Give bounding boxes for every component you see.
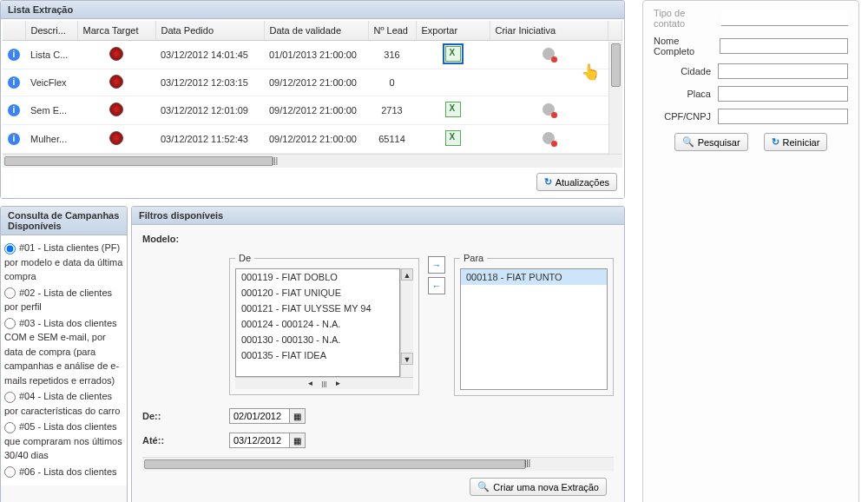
create-initiative-icon[interactable] <box>542 103 555 116</box>
cidade-input[interactable] <box>718 63 848 79</box>
campaign-radio[interactable] <box>4 392 16 403</box>
campaign-radio-item[interactable]: #05 - Lista dos clientes que compraram n… <box>4 419 123 463</box>
cell-lead: 65114 <box>368 125 416 154</box>
cell-data-validade: 09/12/2012 21:00:00 <box>264 69 368 96</box>
campaign-radio-item[interactable]: #01 - Lista clientes (PF) por modelo e d… <box>4 241 123 284</box>
campaign-radio-item[interactable]: #03 - Lista dos clientes COM e SEM e-mai… <box>4 316 123 388</box>
update-button-label: Atualizações <box>556 177 609 188</box>
cell-data-pedido: 03/12/2012 12:01:09 <box>155 96 264 125</box>
cell-lead: 2713 <box>368 96 416 125</box>
date-from-picker-button[interactable]: ▦ <box>290 408 306 424</box>
reiniciar-button[interactable]: Reiniciar <box>764 133 828 151</box>
from-list-hscroll[interactable]: ◄ ||| ► <box>235 377 413 389</box>
col-icon[interactable] <box>3 21 25 41</box>
cell-desc: Mulher... <box>25 125 77 154</box>
info-icon[interactable]: i <box>8 133 20 145</box>
cell-lead: 0 <box>368 69 416 96</box>
model-label: Modelo: <box>142 234 229 244</box>
cidade-label: Cidade <box>681 66 711 76</box>
move-left-button[interactable]: ← <box>428 277 445 294</box>
campaign-radio[interactable] <box>4 243 16 254</box>
col-iniciativa[interactable]: Criar Iniciativa <box>490 21 608 41</box>
table-row[interactable]: iLista C...03/12/2012 14:01:4501/01/2013… <box>3 41 622 69</box>
extraction-list-title: Lista Extração <box>1 1 624 19</box>
campaign-label: #05 - Lista dos clientes que compraram n… <box>4 421 122 460</box>
cell-data-validade: 09/12/2012 21:00:00 <box>264 125 368 154</box>
campaign-label: #02 - Lista de clientes por perfil <box>4 287 112 313</box>
list-item[interactable]: 000124 - 000124 - N.A. <box>236 316 399 332</box>
from-listbox[interactable]: 000119 - FIAT DOBLO000120 - FIAT UNIQUE0… <box>235 268 400 377</box>
reiniciar-label: Reiniciar <box>783 137 820 148</box>
update-button[interactable]: Atualizações <box>536 173 617 191</box>
col-lead[interactable]: Nº Lead <box>368 21 416 41</box>
table-row[interactable]: iSem E...03/12/2012 12:01:0909/12/2012 2… <box>3 96 622 125</box>
col-data-pedido[interactable]: Data Pedido <box>155 21 264 41</box>
search-panel: Tipo de contato Nome Completo Cidade Pla… <box>642 0 859 502</box>
filters-title: Filtros disponíveis <box>132 207 624 225</box>
col-exportar[interactable]: Exportar <box>416 21 490 41</box>
campaign-radio-item[interactable]: #02 - Lista de clientes por perfil <box>4 286 123 314</box>
move-right-button[interactable]: → <box>428 256 445 274</box>
cell-data-pedido: 03/12/2012 12:03:15 <box>155 69 264 96</box>
magnify-icon <box>477 481 490 492</box>
export-excel-icon[interactable] <box>445 130 461 146</box>
list-item[interactable]: 000121 - FIAT ULYSSE MY 94 <box>236 301 399 316</box>
col-marca[interactable]: Marca Target <box>77 21 155 41</box>
date-from-input[interactable] <box>229 408 290 424</box>
list-item[interactable]: 000130 - 000130 - N.A. <box>236 332 399 347</box>
create-initiative-icon[interactable] <box>542 132 555 144</box>
info-icon[interactable]: i <box>8 76 20 89</box>
campaign-radio[interactable] <box>4 466 16 478</box>
campaign-radio-item[interactable]: #04 - Lista de clientes por característi… <box>4 389 123 418</box>
brand-icon <box>109 47 123 61</box>
col-descricao[interactable]: Descri... <box>25 21 77 41</box>
date-from-label: De:: <box>142 411 229 421</box>
horizontal-scrollbar[interactable]: ||| <box>3 154 622 168</box>
create-extraction-button[interactable]: Criar uma nova Extração <box>470 478 607 496</box>
campaign-radio-item[interactable]: #06 - Lista dos clientes <box>4 465 123 479</box>
info-icon[interactable]: i <box>8 49 20 61</box>
cell-data-validade: 09/12/2012 21:00:00 <box>264 96 368 125</box>
info-icon[interactable]: i <box>8 104 20 116</box>
filters-panel: Filtros disponíveis Modelo: De 000119 - … <box>131 206 625 502</box>
campaign-label: #04 - Lista de clientes por característi… <box>4 391 120 416</box>
placa-label: Placa <box>687 89 711 99</box>
vertical-scrollbar[interactable] <box>608 42 622 154</box>
reset-icon <box>772 136 779 148</box>
from-fieldset: De 000119 - FIAT DOBLO000120 - FIAT UNIQ… <box>229 253 419 395</box>
cell-desc: Sem E... <box>25 96 77 125</box>
campaign-radio[interactable] <box>4 287 16 299</box>
list-item[interactable]: 000118 - FIAT PUNTO <box>461 269 607 285</box>
campaign-radio[interactable] <box>4 318 16 329</box>
pesquisar-button[interactable]: Pesquisar <box>674 133 748 151</box>
brand-icon <box>109 75 123 89</box>
brand-icon <box>109 102 123 116</box>
campaigns-title: Consulta de Campanhas Disponíveis <box>1 207 127 235</box>
date-to-input[interactable] <box>229 433 290 448</box>
date-to-picker-button[interactable]: ▦ <box>290 433 306 448</box>
refresh-icon <box>544 176 552 188</box>
cell-data-validade: 01/01/2013 21:00:00 <box>264 41 368 69</box>
filters-hscroll[interactable]: ||| <box>142 457 614 471</box>
list-item[interactable]: 000135 - FIAT IDEA <box>236 347 399 363</box>
create-initiative-icon[interactable] <box>542 48 555 60</box>
cell-lead: 316 <box>368 41 416 69</box>
table-header-row: Descri... Marca Target Data Pedido Data … <box>3 21 622 41</box>
col-data-validade[interactable]: Data de validade <box>264 21 368 41</box>
tipo-contato-input[interactable] <box>721 11 848 26</box>
nome-input[interactable] <box>720 38 848 54</box>
to-listbox[interactable]: 000118 - FIAT PUNTO <box>460 268 608 390</box>
date-to-label: Até:: <box>142 435 229 446</box>
list-item[interactable]: 000119 - FIAT DOBLO <box>236 269 399 285</box>
export-excel-icon[interactable] <box>445 46 461 62</box>
from-list-scrollbar[interactable]: ▲ ▼ <box>400 268 413 377</box>
brand-icon <box>109 131 123 145</box>
cpf-input[interactable] <box>718 109 848 124</box>
list-item[interactable]: 000120 - FIAT UNIQUE <box>236 285 399 301</box>
table-row[interactable]: iMulher...03/12/2012 11:52:4309/12/2012 … <box>3 125 622 154</box>
export-excel-icon[interactable] <box>445 102 461 117</box>
campaign-radio[interactable] <box>4 422 16 433</box>
table-row[interactable]: iVeicFlex03/12/2012 12:03:1509/12/2012 2… <box>3 69 622 96</box>
placa-input[interactable] <box>718 86 848 102</box>
campaigns-panel: Consulta de Campanhas Disponíveis #01 - … <box>0 206 128 502</box>
